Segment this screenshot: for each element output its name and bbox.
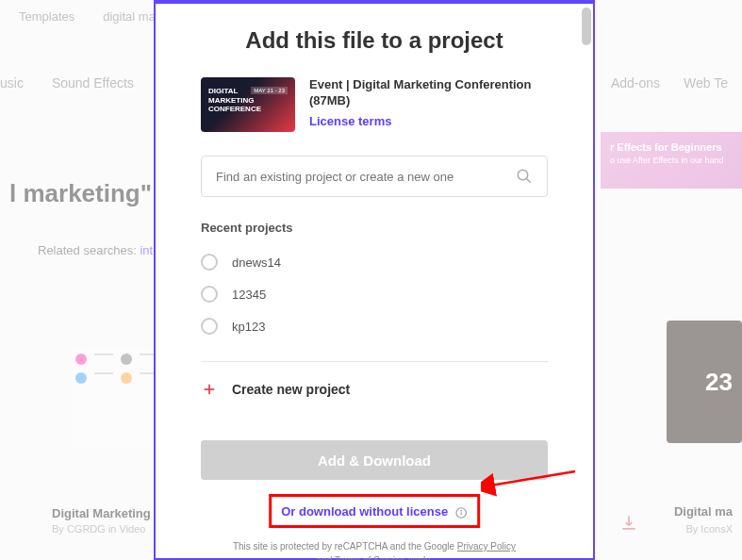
bg-card-byline: By CGRDG in Video	[52, 523, 145, 535]
file-name: Event | Digital Marketing Conferention (…	[309, 77, 548, 109]
recent-projects-list: dnews14 12345 kp123	[201, 246, 548, 342]
bg-card-title: Digital Marketing C	[52, 506, 163, 520]
bg-nav-right: Add-ons Web Te	[611, 75, 728, 91]
bg-promo-banner: r Effects for Beginners o use After Effe…	[601, 132, 742, 189]
project-search-input[interactable]	[216, 170, 516, 184]
download-without-license-link[interactable]: Or download without license	[281, 504, 468, 519]
create-new-project[interactable]: Create new project	[201, 371, 548, 407]
bg-related-searches: Related searches: intro	[38, 243, 164, 257]
radio-icon	[201, 318, 218, 335]
add-download-button[interactable]: Add & Download	[201, 440, 548, 480]
svg-point-6	[461, 510, 462, 511]
project-item[interactable]: kp123	[201, 310, 548, 342]
download-without-license-highlight: Or download without license	[269, 494, 480, 528]
scrollbar-thumb[interactable]	[582, 8, 591, 45]
privacy-policy-link[interactable]: Privacy Policy	[457, 541, 516, 552]
bg-right-number: 23	[705, 368, 733, 397]
project-item[interactable]: dnews14	[201, 246, 548, 278]
bg-right-title: Digital ma	[674, 504, 733, 519]
search-icon	[516, 168, 533, 185]
svg-point-0	[518, 170, 528, 180]
radio-icon	[201, 286, 218, 303]
download-icon	[619, 514, 638, 533]
radio-icon	[201, 254, 218, 271]
recent-projects-label: Recent projects	[201, 221, 548, 235]
info-icon	[454, 506, 468, 519]
bg-nav-categories: usic Sound Effects	[0, 75, 134, 91]
divider	[201, 361, 548, 362]
project-item[interactable]: 12345	[201, 278, 548, 310]
bg-right-byline: By IconsX	[685, 523, 733, 535]
terms-of-service-link[interactable]: Terms of Service	[335, 555, 404, 560]
recaptcha-legal-text: This site is protected by reCAPTCHA and …	[201, 539, 548, 560]
file-info-row: DIGITAL MARKETING CONFERENCE MAY 21 - 23…	[201, 77, 548, 132]
svg-line-1	[526, 178, 531, 183]
file-thumbnail: DIGITAL MARKETING CONFERENCE MAY 21 - 23	[201, 77, 295, 132]
modal-title: Add this file to a project	[201, 27, 548, 54]
bg-search-heading: l marketing"	[9, 179, 152, 208]
add-to-project-modal: Add this file to a project DIGITAL MARKE…	[154, 0, 595, 560]
license-terms-link[interactable]: License terms	[309, 114, 391, 128]
plus-icon	[201, 381, 218, 398]
bg-nav-top: Templates digital ma	[0, 9, 156, 24]
project-search-box[interactable]	[201, 156, 548, 197]
